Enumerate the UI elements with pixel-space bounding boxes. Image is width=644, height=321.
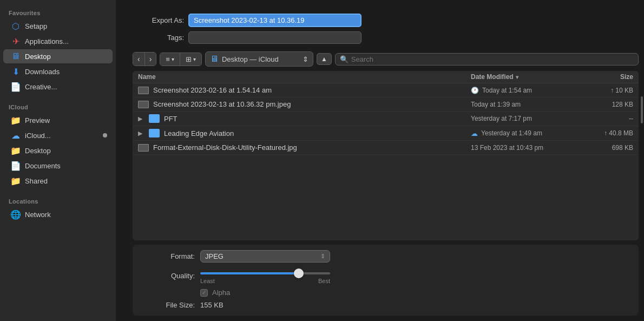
sidebar-item-shared[interactable]: 📁 Shared	[3, 174, 113, 188]
sidebar-item-label: Preview	[25, 116, 50, 125]
file-name-cell: Format-External-Disk-Disk-Utility-Featur…	[138, 143, 471, 152]
save-dialog: Export As: Tags: ‹ › ≡ ▾ ⊞ ▾	[133, 14, 639, 316]
back-button[interactable]: ‹	[133, 53, 144, 65]
table-row[interactable]: Format-External-Disk-Disk-Utility-Featur…	[133, 141, 639, 155]
file-size-cell: --	[579, 115, 633, 122]
downloads-icon: ⬇	[11, 67, 21, 76]
toolbar-row: ‹ › ≡ ▾ ⊞ ▾ 🖥 Desktop — iCloud ⇕ ▲	[133, 48, 639, 70]
sidebar-item-downloads[interactable]: ⬇ Downloads	[3, 64, 113, 78]
location-picker-button[interactable]: 🖥 Desktop — iCloud ⇕	[205, 51, 313, 67]
preview-folder-icon: 📁	[11, 115, 21, 125]
alpha-row: ✓ Alpha	[143, 289, 628, 297]
sort-icon: ▾	[516, 74, 518, 80]
quality-max-label: Best	[318, 278, 330, 284]
search-box: 🔍	[335, 53, 639, 65]
file-thumbnail-icon	[138, 87, 149, 94]
quality-labels: Least Best	[200, 278, 330, 284]
folder-icon	[149, 114, 160, 123]
filesize-value: 155 KB	[200, 301, 224, 309]
file-thumbnail-icon	[138, 101, 149, 108]
applications-icon: ✈	[11, 36, 21, 46]
nav-buttons: ‹ ›	[133, 52, 156, 66]
file-date-cell: ☁ Yesterday at 1:49 am	[471, 129, 579, 137]
table-row[interactable]: Screenshot 2023-02-13 at 10.36.32 pm.jpe…	[133, 97, 639, 112]
quality-label: Quality:	[143, 272, 195, 280]
sidebar-item-label: iCloud...	[25, 132, 51, 140]
sidebar-item-label: Documents	[25, 162, 61, 170]
file-size-cell: 698 KB	[579, 144, 633, 152]
list-chevron: ▾	[172, 56, 174, 62]
sidebar-item-icloud[interactable]: ☁ iCloud...	[3, 128, 113, 142]
file-date-cell: Yesterday at 7:17 pm	[471, 115, 579, 122]
sidebar-item-documents[interactable]: 📄 Documents	[3, 159, 113, 173]
grid-view-button[interactable]: ⊞ ▾	[180, 53, 201, 65]
sidebar-item-network[interactable]: 🌐 Network	[3, 207, 113, 221]
options-panel: Format: JPEG ⇕ Quality: Least Best	[133, 245, 639, 316]
setapp-icon: ⬡	[11, 21, 21, 31]
view-buttons: ≡ ▾ ⊞ ▾	[160, 53, 202, 66]
grid-chevron: ▾	[193, 56, 196, 62]
sidebar-item-desktop[interactable]: 🖥 Desktop	[3, 49, 113, 63]
locations-section-label: Locations	[0, 194, 116, 207]
sidebar-item-label: Shared	[25, 177, 48, 185]
alpha-label: Alpha	[212, 289, 230, 297]
shared-folder-icon: 📁	[11, 176, 21, 186]
file-date-cell: 13 Feb 2023 at 10:43 pm	[471, 144, 579, 152]
filesize-label: File Size:	[143, 301, 195, 309]
sidebar-item-setapp[interactable]: ⬡ Setapp	[3, 19, 113, 33]
tags-input[interactable]	[188, 31, 362, 44]
file-date-cell: 🕐 Today at 1:54 am	[471, 87, 579, 94]
scrollbar[interactable]	[641, 96, 643, 123]
export-as-label: Export As:	[133, 16, 184, 24]
sidebar-item-label: Network	[25, 211, 51, 219]
file-name-cell: ▶ PFT	[138, 114, 471, 123]
file-thumbnail-icon	[138, 144, 149, 152]
tags-row: Tags:	[133, 31, 639, 44]
creative-icon: 📄	[11, 82, 21, 91]
sidebar-item-preview[interactable]: 📁 Preview	[3, 113, 113, 127]
file-size-cell: 128 KB	[579, 101, 633, 108]
clock-icon: 🕐	[471, 87, 479, 94]
format-label: Format:	[143, 252, 195, 260]
sidebar-item-desktop-icloud[interactable]: 📁 Desktop	[3, 143, 113, 158]
file-name: Leading Edge Aviation	[164, 129, 234, 137]
col-size-header: Size	[579, 73, 633, 81]
quality-row: Quality: Least Best	[143, 267, 628, 284]
quality-slider[interactable]	[200, 272, 330, 274]
sidebar-item-label: Applications...	[25, 37, 69, 45]
export-filename-input[interactable]	[188, 14, 362, 27]
file-name: Format-External-Disk-Disk-Utility-Featur…	[153, 143, 297, 152]
format-chevron-icon: ⇕	[320, 253, 325, 260]
forward-button[interactable]: ›	[144, 53, 156, 65]
expand-arrow-icon: ▶	[138, 130, 142, 137]
favourites-section-label: Favourites	[0, 5, 116, 18]
list-view-button[interactable]: ≡ ▾	[160, 53, 180, 65]
format-select[interactable]: JPEG ⇕	[200, 250, 330, 263]
file-name: PFT	[164, 115, 178, 123]
table-row[interactable]: Screenshot 2023-02-16 at 1.54.14 am 🕐 To…	[133, 83, 639, 97]
list-icon: ≡	[166, 55, 170, 63]
alpha-checkbox[interactable]: ✓	[200, 289, 208, 297]
search-icon: 🔍	[340, 55, 349, 63]
network-icon: 🌐	[11, 209, 21, 219]
sidebar-item-applications[interactable]: ✈ Applications...	[3, 34, 113, 48]
icloud-badge	[103, 133, 107, 137]
tags-label: Tags:	[133, 34, 184, 42]
search-input[interactable]	[351, 55, 634, 63]
col-name-header: Name	[138, 73, 471, 81]
file-name: Screenshot 2023-02-16 at 1.54.14 am	[153, 86, 272, 94]
table-row[interactable]: ▶ Leading Edge Aviation ☁ Yesterday at 1…	[133, 126, 639, 141]
format-row: Format: JPEG ⇕	[143, 250, 628, 263]
file-name: Screenshot 2023-02-13 at 10.36.32 pm.jpe…	[153, 100, 291, 108]
folder-icon	[149, 129, 160, 137]
expand-arrow-icon: ▶	[138, 115, 142, 122]
location-icon: 🖥	[210, 54, 219, 64]
file-name-cell: Screenshot 2023-02-16 at 1.54.14 am	[138, 86, 471, 94]
table-row[interactable]: ▶ PFT Yesterday at 7:17 pm --	[133, 112, 639, 126]
sidebar-item-creative[interactable]: 📄 Creative...	[3, 80, 113, 94]
sidebar-item-label: Setapp	[25, 22, 47, 30]
filesize-row: File Size: 155 KB	[143, 301, 628, 309]
documents-icon: 📄	[11, 161, 21, 171]
grid-icon: ⊞	[186, 55, 192, 63]
collapse-button[interactable]: ▲	[317, 53, 332, 65]
